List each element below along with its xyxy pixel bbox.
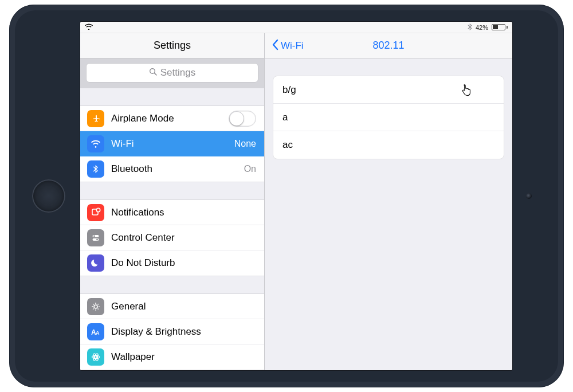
settings-group-general: General AA Display & Brightness bbox=[80, 293, 264, 370]
sidebar-item-label: Wi-Fi bbox=[111, 138, 229, 150]
sidebar-item-label: Bluetooth bbox=[111, 163, 238, 175]
split-view: Settings Settings bbox=[80, 33, 512, 370]
bluetooth-icon bbox=[87, 160, 104, 178]
moon-icon bbox=[87, 254, 104, 272]
back-button-label: Wi-Fi bbox=[281, 40, 304, 52]
sidebar-item-control-center[interactable]: Control Center bbox=[80, 225, 264, 250]
detail-header: Wi-Fi 802.11 bbox=[265, 33, 512, 58]
option-label: a bbox=[282, 112, 288, 123]
svg-point-7 bbox=[96, 238, 98, 240]
wifi-status-icon bbox=[85, 23, 93, 31]
sidebar-item-label: General bbox=[111, 301, 256, 312]
svg-point-8 bbox=[94, 305, 97, 308]
sidebar-item-label: Notifications bbox=[111, 207, 256, 218]
settings-group-connectivity: Airplane Mode Wi-Fi None bbox=[80, 105, 264, 182]
gear-icon bbox=[87, 298, 104, 315]
camera bbox=[526, 193, 532, 199]
wallpaper-icon bbox=[87, 348, 104, 366]
sidebar-item-wallpaper[interactable]: Wallpaper bbox=[80, 344, 264, 370]
control-center-icon bbox=[87, 229, 104, 246]
notifications-icon bbox=[87, 204, 104, 221]
settings-sidebar: Settings Settings bbox=[80, 33, 265, 370]
bluetooth-status-icon bbox=[468, 23, 472, 32]
option-bg[interactable]: b/g bbox=[273, 76, 504, 104]
text-size-icon: AA bbox=[87, 323, 104, 340]
status-right: 42% bbox=[468, 23, 508, 32]
option-label: b/g bbox=[282, 84, 296, 96]
svg-point-3 bbox=[96, 208, 100, 211]
svg-line-14 bbox=[98, 308, 99, 309]
sidebar-item-label: Wallpaper bbox=[111, 351, 256, 363]
sidebar-item-do-not-disturb[interactable]: Do Not Disturb bbox=[80, 250, 264, 276]
wifi-icon bbox=[87, 135, 104, 152]
home-button[interactable] bbox=[32, 179, 65, 213]
sidebar-item-label: Control Center bbox=[111, 232, 256, 244]
sidebar-item-label: Display & Brightness bbox=[111, 326, 256, 338]
option-ac[interactable]: ac bbox=[273, 131, 504, 159]
detail-pane: Wi-Fi 802.11 b/g a bbox=[265, 33, 512, 370]
search-placeholder: Settings bbox=[160, 67, 195, 79]
option-group-80211: b/g a ac bbox=[273, 76, 504, 159]
search-input[interactable]: Settings bbox=[86, 63, 258, 83]
svg-point-19 bbox=[95, 356, 97, 358]
svg-line-13 bbox=[93, 304, 93, 304]
section-gap bbox=[80, 276, 264, 293]
search-container: Settings bbox=[80, 58, 264, 88]
airplane-toggle[interactable] bbox=[229, 111, 256, 127]
chevron-left-icon bbox=[272, 39, 278, 52]
battery-icon bbox=[492, 24, 508, 30]
sidebar-item-label: Airplane Mode bbox=[111, 113, 229, 124]
airplane-icon bbox=[87, 110, 104, 127]
back-button[interactable]: Wi-Fi bbox=[272, 39, 304, 52]
sidebar-item-display-brightness[interactable]: AA Display & Brightness bbox=[80, 319, 264, 344]
device-frame: 42% Settings bbox=[9, 5, 564, 387]
status-bar: 42% bbox=[80, 22, 512, 33]
svg-line-16 bbox=[93, 308, 93, 309]
sidebar-item-wifi[interactable]: Wi-Fi None bbox=[80, 131, 264, 156]
option-a[interactable]: a bbox=[273, 104, 504, 131]
detail-title: 802.11 bbox=[372, 40, 404, 52]
sidebar-item-general[interactable]: General bbox=[80, 294, 264, 319]
option-label: ac bbox=[282, 139, 293, 151]
section-gap bbox=[80, 88, 264, 105]
sidebar-item-notifications[interactable]: Notifications bbox=[80, 200, 264, 225]
stage: 42% Settings bbox=[0, 0, 573, 392]
search-icon bbox=[149, 67, 157, 79]
status-left bbox=[85, 23, 93, 31]
sidebar-item-detail: On bbox=[244, 164, 256, 174]
svg-text:A: A bbox=[96, 330, 100, 336]
sidebar-title: Settings bbox=[80, 33, 264, 58]
battery-percent: 42% bbox=[476, 24, 488, 31]
detail-body: b/g a ac bbox=[265, 58, 512, 159]
sidebar-title-label: Settings bbox=[154, 40, 191, 52]
sidebar-item-airplane-mode[interactable]: Airplane Mode bbox=[80, 106, 264, 131]
section-gap bbox=[80, 182, 264, 199]
sidebar-item-detail: None bbox=[234, 139, 256, 149]
svg-point-5 bbox=[93, 235, 95, 237]
sidebar-item-label: Do Not Disturb bbox=[111, 257, 256, 269]
svg-line-15 bbox=[98, 304, 99, 304]
svg-line-1 bbox=[154, 73, 156, 75]
screen: 42% Settings bbox=[80, 22, 512, 370]
settings-group-notifications: Notifications Control Center bbox=[80, 199, 264, 276]
sidebar-item-bluetooth[interactable]: Bluetooth On bbox=[80, 156, 264, 182]
